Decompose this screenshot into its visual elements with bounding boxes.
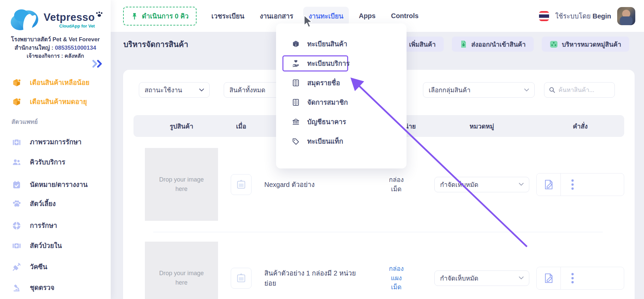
category-dropdown[interactable]: กำจัดเห็บหมัด (434, 177, 529, 192)
product-group-value: เลือกกลุ่มสินค้า (429, 85, 471, 95)
menu-item-label: สมุดรายชื่อ (307, 78, 340, 88)
clinic-info: โรงพยาบาลสัตว์ Pet & Vet Forever สำนักงา… (0, 36, 111, 60)
table-row: Drop your image here สินค้าตัวอย่าง 1 กล… (133, 236, 624, 299)
brand-tagline: CloudApp for Vet (44, 23, 95, 29)
expired-stock-box-icon (12, 97, 21, 106)
nav-registrations[interactable]: งานทะเบียน (303, 7, 349, 26)
vertical-dots-icon (571, 179, 574, 190)
product-name: Nexgard ตัวอย่าง (253, 180, 365, 190)
sidebar-item-label: สัตว์เลี้ยง (30, 198, 56, 209)
file-export-icon (460, 40, 467, 48)
nav-controls[interactable]: Controls (386, 8, 424, 24)
image-dropzone[interactable]: Drop your image here (145, 148, 218, 221)
edit-product-button[interactable] (537, 267, 560, 289)
edit-product-button[interactable] (537, 173, 560, 196)
row-more-options-button[interactable] (560, 173, 584, 196)
unit-line: เม็ด (365, 185, 427, 194)
registrations-dropdown-menu: ทะเบียนสินค้า ทะเบียนบริการ สมุดรายชื่อ (276, 23, 407, 168)
product-name: สินค้าตัวอย่าง 1 กล่องมี 2 หน่วยย่อย (253, 268, 365, 288)
page-title: บริหารจัดการสินค้า (123, 38, 188, 50)
lifebuoy-icon (12, 221, 21, 230)
sidebar-item-vaccines[interactable]: วัคซีน (0, 259, 111, 274)
sidebar-item-label: ชุดตรวจ (30, 282, 54, 293)
menu-item-bank-accounts[interactable]: บัญชีธนาคาร (276, 112, 407, 132)
manage-categories-button[interactable]: บริหารหมวดหมู่สินค้า (542, 37, 629, 52)
product-units: กล่อง แผง เม็ด (365, 264, 427, 292)
clipboard-cell-icon[interactable] (231, 174, 252, 195)
status-filter-value: สถานะใช้งาน (145, 85, 182, 95)
chevron-down-icon (519, 277, 524, 280)
menu-item-member-management[interactable]: จัดการสมาชิก (276, 93, 407, 112)
category-value: กำจัดเห็บหมัด (440, 180, 478, 190)
menu-item-tag-registry[interactable]: ทะเบียนแท็ก (276, 132, 407, 151)
chevron-down-icon (524, 89, 529, 92)
category-value: กำจัดเห็บหมัด (440, 273, 478, 283)
sidebar-item-low-stock-alert[interactable]: เตือนสินค้าเหลือน้อย (0, 75, 111, 90)
brand-logo: Vetpresso CloudApp for Vet (0, 0, 111, 34)
menu-item-name-book[interactable]: สมุดรายชื่อ (276, 73, 407, 93)
syringe-icon (12, 262, 21, 271)
search-input[interactable] (558, 87, 602, 94)
user-avatar[interactable] (617, 7, 635, 25)
sidebar-item-label: เตือนสินค้าเหลือน้อย (30, 77, 90, 88)
thai-flag-icon[interactable] (539, 11, 549, 21)
owner-line: เจ้าของกิจการ : คลังหลัก (0, 52, 111, 60)
sidebar-item-pets[interactable]: สัตว์เลี้ยง (0, 196, 111, 211)
col-product-image: รูปสินค้า (133, 121, 229, 131)
chevron-down-icon (519, 183, 524, 186)
unit-link[interactable]: แผง (365, 273, 427, 283)
unit-link[interactable]: เม็ด (365, 283, 427, 292)
sidebar-item-treatments[interactable]: การรักษา (0, 218, 111, 233)
col-commands: คำสั่ง (536, 121, 624, 131)
unit-link[interactable]: กล่อง (365, 264, 427, 273)
image-dropzone[interactable]: Drop your image here (145, 242, 218, 299)
paw-icon (12, 199, 21, 208)
status-filter-dropdown[interactable]: สถานะใช้งาน (139, 82, 210, 98)
row-more-options-button[interactable] (560, 267, 584, 289)
row-actions (536, 267, 624, 290)
manage-categories-label: บริหารหมวดหมู่สินค้า (562, 39, 621, 49)
tag-icon (292, 137, 300, 145)
nav-apps[interactable]: Apps (354, 8, 381, 24)
chevron-down-icon (199, 89, 204, 92)
product-units: กล่อง เม็ด (365, 175, 427, 194)
row-actions (536, 173, 624, 196)
sidebar-item-treatment-overview[interactable]: ภาพรวมการรักษา (0, 135, 111, 149)
queue-button[interactable]: ดำเนินการ 0 คิว (123, 7, 197, 26)
menu-item-label: บัญชีธนาคาร (307, 116, 346, 127)
menu-item-product-registry[interactable]: ทะเบียนสินค้า (276, 34, 407, 54)
edit-document-icon (543, 272, 555, 284)
paw-print-icon (96, 11, 103, 18)
category-dropdown[interactable]: กำจัดเห็บหมัด (434, 270, 529, 286)
export-import-button[interactable]: ส่งออก/นำเข้าสินค้า (452, 37, 534, 52)
menu-item-service-registry[interactable]: ทะเบียนบริการ (282, 55, 348, 71)
topbar-right: ใช้ระบบโดย Begin (539, 7, 644, 25)
add-product-label: เพิ่มสินค้า (409, 39, 436, 49)
export-import-label: ส่งออก/นำเข้าสินค้า (471, 39, 526, 49)
sidebar-item-inpatients[interactable]: สัตว์ป่วยใน (0, 238, 111, 253)
current-user-label: ใช้ระบบโดย Begin (555, 11, 611, 21)
row-divider (153, 232, 603, 232)
sidebar-item-expired-stock-alert[interactable]: เตือนสินค้าหมดอายุ (0, 94, 111, 109)
col-when: เมื่อ (229, 121, 253, 131)
sidebar-item-label: ภาพรวมการรักษา (30, 137, 82, 147)
unit-line: กล่อง (365, 175, 427, 185)
user-prefix: ใช้ระบบโดย (555, 12, 591, 20)
address-book-icon (292, 79, 300, 87)
nav-medical-records[interactable]: เวชระเบียน (206, 7, 250, 26)
sidebar-collapse-chevrons-icon[interactable] (92, 60, 104, 69)
users-icon (12, 158, 21, 167)
sidebar-item-label: คิวรับบริการ (30, 157, 65, 167)
sidebar-item-service-queue[interactable]: คิวรับบริการ (0, 155, 111, 169)
sidebar-item-appointments[interactable]: นัดหมาย/ตารางงาน (0, 177, 111, 192)
product-group-dropdown[interactable]: เลือกกลุ่มสินค้า (423, 82, 535, 98)
first-aid-icon (12, 241, 21, 250)
microscope-icon (12, 283, 21, 292)
menu-item-label: ทะเบียนบริการ (307, 58, 350, 69)
clipboard-cell-icon[interactable] (231, 268, 252, 289)
nav-documents[interactable]: งานเอกสาร (254, 7, 299, 26)
dropzone-label: Drop your image here (158, 269, 205, 288)
vertical-dots-icon (571, 272, 574, 284)
menu-item-label: ทะเบียนสินค้า (307, 39, 347, 49)
sidebar-item-test-kits[interactable]: ชุดตรวจ (0, 280, 111, 295)
